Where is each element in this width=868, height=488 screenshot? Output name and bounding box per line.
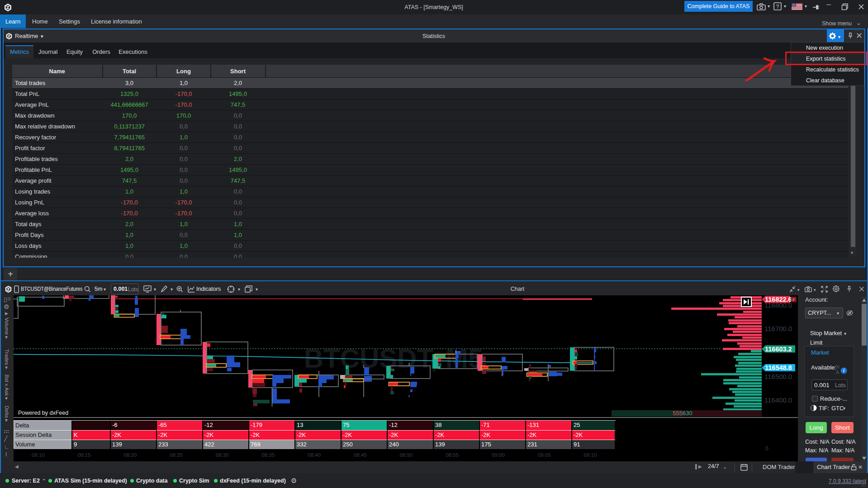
svg-text:630: 630 xyxy=(683,410,693,417)
svg-text:09:05: 09:05 xyxy=(538,452,551,458)
svg-text:09:00: 09:00 xyxy=(492,452,505,458)
svg-text:?: ? xyxy=(776,4,779,10)
svg-text:0: 0 xyxy=(765,445,768,452)
svg-text:116603.2: 116603.2 xyxy=(765,346,792,353)
svg-text:08:50: 08:50 xyxy=(400,452,413,458)
svg-text:i: i xyxy=(843,368,844,373)
svg-text:08:30: 08:30 xyxy=(216,452,229,458)
svg-text:116400.0: 116400.0 xyxy=(764,396,792,404)
svg-text:08:10: 08:10 xyxy=(32,452,45,458)
svg-text:F: F xyxy=(792,298,795,302)
svg-text:116500.0: 116500.0 xyxy=(764,373,792,380)
svg-text:09:10: 09:10 xyxy=(584,452,597,458)
svg-text:08:20: 08:20 xyxy=(124,452,137,458)
svg-text:08:45: 08:45 xyxy=(354,452,367,458)
svg-text:555: 555 xyxy=(673,410,683,417)
svg-text:116700.0: 116700.0 xyxy=(764,325,792,332)
svg-text:116548.8: 116548.8 xyxy=(765,364,792,371)
svg-text:Powered by dxFeed: Powered by dxFeed xyxy=(18,410,68,416)
svg-text:08:40: 08:40 xyxy=(308,452,321,458)
svg-text:08:35: 08:35 xyxy=(262,452,275,458)
svg-text:08:25: 08:25 xyxy=(170,452,183,458)
svg-text:116822.6: 116822.6 xyxy=(765,296,792,303)
svg-text:08:15: 08:15 xyxy=(78,452,91,458)
svg-text:08:55: 08:55 xyxy=(446,452,459,458)
